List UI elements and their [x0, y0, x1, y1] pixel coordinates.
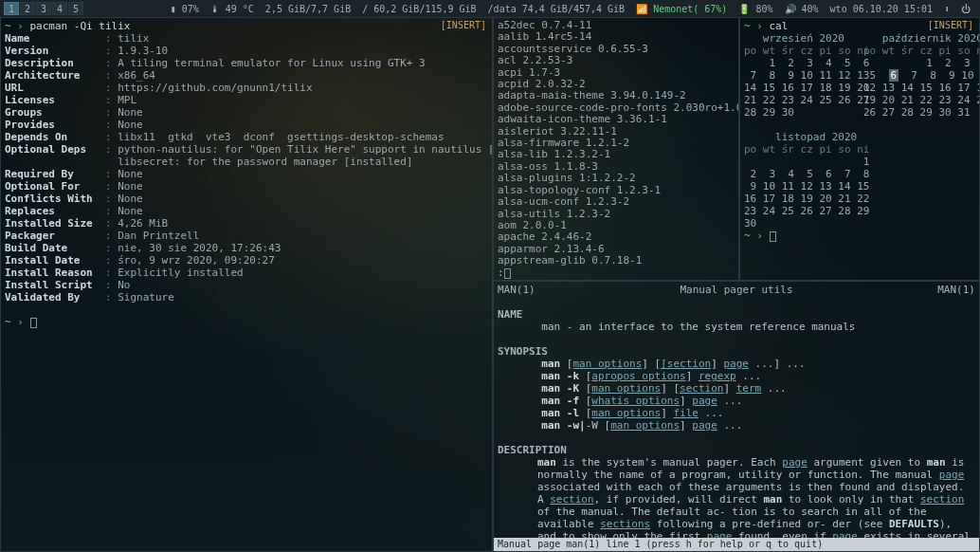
pacman-field: Groups : None	[5, 106, 488, 119]
data-stat: /data 74,4 GiB/457,4 GiB	[488, 4, 626, 14]
terminal-pane-cal[interactable]: [INSERT] ~ › cal wrzesień 2020po wt śr c…	[739, 17, 980, 281]
pacman-field: URL : https://github.com/gnunn1/tilix	[5, 82, 488, 94]
man-section-description: DESCRIPTION	[498, 444, 567, 456]
pacman-field: Packager : Dan Printzell	[5, 230, 488, 242]
man-status-line: Manual page man(1) line 1 (press h for h…	[494, 538, 979, 551]
man-synopsis-line: man -f [whatis options] page ...	[498, 395, 975, 407]
workspace-5[interactable]: 5	[68, 2, 83, 15]
cursor-icon	[30, 318, 37, 328]
pacman-field: Build Date : nie, 30 sie 2020, 17:26:43	[5, 242, 488, 254]
battery-stat: ▮ 07%	[171, 4, 199, 14]
man-synopsis-line: man [man options] [[section] page ...] .…	[498, 358, 975, 370]
pacman-field: Architecture : x86_64	[5, 69, 488, 82]
pkg-list-item: adapta-maia-theme 3.94.0.149-2	[498, 90, 735, 101]
workspace-3[interactable]: 3	[36, 2, 51, 15]
man-section-synopsis: SYNOPSIS	[498, 345, 548, 358]
pacman-field: Description : A tiling terminal emulator…	[5, 57, 488, 69]
pacman-field: Optional Deps : python-nautilus: for "Op…	[5, 143, 488, 156]
workspace-1[interactable]: 1	[4, 2, 19, 15]
pacman-field: Replaces : None	[5, 205, 488, 217]
man-section-name: NAME	[498, 308, 523, 321]
cursor-icon	[504, 268, 511, 279]
pacman-field: Required By : None	[5, 168, 488, 180]
pacman-field: Install Reason : Explicitly installed	[5, 267, 488, 279]
pacman-field: Installed Size : 4,26 MiB	[5, 217, 488, 230]
power-icon[interactable]: ⏻	[961, 4, 971, 14]
pkg-list-item: adwaita-icon-theme 3.36.1-1	[498, 114, 735, 125]
calendar-month: październik 2020po wt śr cz pi so ni 1 2…	[863, 32, 975, 119]
pacman-field: Depends On : libx11 gtkd vte3 dconf gset…	[5, 131, 488, 143]
volume-stat: 🔊 40%	[785, 4, 819, 14]
pkg-list-item: aalib 1.4rc5-14	[498, 31, 735, 43]
pkg-list-item: apache 2.4.46-2	[498, 231, 735, 243]
temp-stat: 🌡 49 °C	[210, 4, 254, 14]
pacman-field: Optional For : None	[5, 180, 488, 193]
tray-icon[interactable]: ⬇	[944, 4, 950, 14]
workspace-4[interactable]: 4	[52, 2, 67, 15]
terminal-pane-pacman[interactable]: [INSERT] ~ › pacman -Qi tilix Name : til…	[0, 17, 493, 552]
mode-badge: [INSERT]	[441, 20, 486, 30]
pacman-field: Install Script : No	[5, 279, 488, 291]
pacman-field: Provides : None	[5, 119, 488, 131]
man-synopsis-line: man -w|-W [man options] page ...	[498, 419, 975, 432]
pkg-list-item: acl 2.2.53-3	[498, 55, 735, 66]
calendar-month: wrzesień 2020po wt śr cz pi so ni 1 2 3 …	[744, 32, 856, 119]
pkg-list-item: appstream-glib 0.7.18-1	[498, 255, 735, 267]
pacman-field: Name : tilix	[5, 32, 488, 45]
wifi-stat: 📶 Nemonet( 67%)	[636, 4, 727, 14]
workspace-list[interactable]: 12345	[4, 2, 83, 15]
workspace-2[interactable]: 2	[20, 2, 35, 15]
terminal-pane-pkglist[interactable]: a52dec 0.7.4-11aalib 1.4rc5-14accountsse…	[493, 17, 739, 281]
pkg-list-item: alsa-ucm-conf 1.2.3-2	[498, 196, 735, 208]
terminal-pane-man[interactable]: MAN(1) Manual pager utils MAN(1) NAME ma…	[493, 281, 980, 552]
man-header: MAN(1) Manual pager utils MAN(1)	[498, 284, 975, 296]
top-status-bar: 12345 ▮ 07% 🌡 49 °C 2,5 GiB/7,7 GiB / 60…	[0, 0, 980, 17]
pacman-field: libsecret: for the password manager [ins…	[5, 156, 488, 168]
pacman-field: Version : 1.9.3-10	[5, 45, 488, 57]
datetime-stat: wto 06.10.20 15:01	[830, 4, 933, 14]
pacman-field: Licenses : MPL	[5, 94, 488, 106]
man-synopsis-line: man -k [apropos options] regexp ...	[498, 370, 975, 382]
mode-badge: [INSERT]	[928, 20, 973, 30]
pacman-field: Validated By : Signature	[5, 291, 488, 304]
pkg-list-item: alsa-plugins 1:1.2.2-2	[498, 173, 735, 184]
pkg-list-item: alsa-lib 1.2.3.2-1	[498, 149, 735, 160]
man-synopsis-line: man -K [man options] [section] term ...	[498, 382, 975, 395]
pacman-field: Install Date : śro, 9 wrz 2020, 09:20:27	[5, 254, 488, 267]
pacman-field: Conflicts With : None	[5, 193, 488, 205]
bat2-stat: 🔋 80%	[738, 4, 772, 14]
swap-stat: / 60,2 GiB/115,9 GiB	[362, 4, 476, 14]
mem-stat: 2,5 GiB/7,7 GiB	[265, 4, 351, 14]
man-synopsis-line: man -l [man options] file ...	[498, 407, 975, 419]
cursor-icon	[770, 231, 776, 242]
